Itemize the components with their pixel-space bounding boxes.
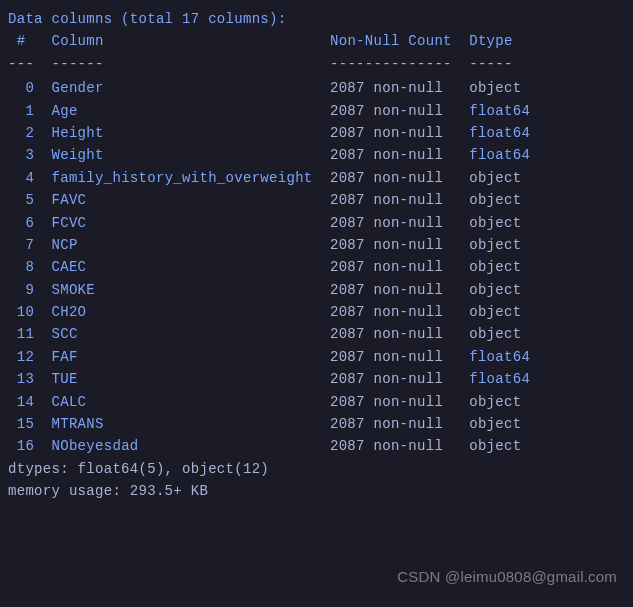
data-row: 1 Age 2087 non-null float64 — [8, 100, 625, 122]
row-nonnull-text: non-null — [373, 416, 443, 432]
row-nonnull-count: 2087 — [330, 416, 365, 432]
row-nonnull-count: 2087 — [330, 349, 365, 365]
row-dtype: float64 — [469, 147, 530, 163]
row-nonnull-count: 2087 — [330, 215, 365, 231]
data-row: 5 FAVC 2087 non-null object — [8, 189, 625, 211]
row-nonnull-count: 2087 — [330, 394, 365, 410]
row-column-name: Gender — [52, 80, 313, 96]
row-index: 15 — [8, 416, 34, 432]
row-nonnull-count: 2087 — [330, 259, 365, 275]
data-rows: 0 Gender 2087 non-null object 1 Age 2087… — [8, 77, 625, 458]
col-dtype-header: Dtype — [469, 33, 513, 49]
row-nonnull-text: non-null — [373, 80, 443, 96]
watermark: CSDN @leimu0808@gmail.com — [397, 565, 617, 589]
dash-nncount: -------------- — [330, 56, 452, 72]
row-nonnull-text: non-null — [373, 192, 443, 208]
row-index: 0 — [8, 80, 34, 96]
row-column-name: NCP — [52, 237, 313, 253]
row-nonnull-count: 2087 — [330, 326, 365, 342]
row-dtype: object — [469, 304, 521, 320]
row-nonnull-text: non-null — [373, 394, 443, 410]
row-column-name: Age — [52, 103, 313, 119]
row-index: 14 — [8, 394, 34, 410]
row-column-name: NObeyesdad — [52, 438, 313, 454]
row-nonnull-count: 2087 — [330, 371, 365, 387]
row-dtype: object — [469, 237, 521, 253]
data-row: 16 NObeyesdad 2087 non-null object — [8, 435, 625, 457]
data-row: 14 CALC 2087 non-null object — [8, 391, 625, 413]
row-index: 10 — [8, 304, 34, 320]
row-column-name: FAVC — [52, 192, 313, 208]
row-column-name: SMOKE — [52, 282, 313, 298]
col-idx-header: # — [8, 33, 25, 49]
row-column-name: CH2O — [52, 304, 313, 320]
row-dtype: object — [469, 416, 521, 432]
row-index: 8 — [8, 259, 34, 275]
col-nncount-header: Non-Null Count — [330, 33, 452, 49]
row-nonnull-text: non-null — [373, 215, 443, 231]
row-nonnull-count: 2087 — [330, 192, 365, 208]
row-nonnull-text: non-null — [373, 237, 443, 253]
dashes-row: --- ------ -------------- ----- — [8, 53, 625, 75]
row-dtype: object — [469, 438, 521, 454]
row-column-name: FCVC — [52, 215, 313, 231]
row-dtype: object — [469, 80, 521, 96]
dash-dtype: ----- — [469, 56, 513, 72]
row-nonnull-text: non-null — [373, 438, 443, 454]
row-index: 5 — [8, 192, 34, 208]
row-nonnull-count: 2087 — [330, 103, 365, 119]
row-dtype: object — [469, 394, 521, 410]
data-row: 11 SCC 2087 non-null object — [8, 323, 625, 345]
row-dtype: object — [469, 170, 521, 186]
dash-column: ------ — [52, 56, 104, 72]
data-row: 0 Gender 2087 non-null object — [8, 77, 625, 99]
row-nonnull-text: non-null — [373, 349, 443, 365]
row-dtype: object — [469, 282, 521, 298]
row-column-name: SCC — [52, 326, 313, 342]
dtypes-summary: dtypes: float64(5), object(12) — [8, 458, 625, 480]
row-index: 11 — [8, 326, 34, 342]
row-index: 1 — [8, 103, 34, 119]
row-nonnull-count: 2087 — [330, 237, 365, 253]
info-header: Data columns (total 17 columns): — [8, 8, 625, 30]
row-nonnull-text: non-null — [373, 103, 443, 119]
data-row: 8 CAEC 2087 non-null object — [8, 256, 625, 278]
data-row: 13 TUE 2087 non-null float64 — [8, 368, 625, 390]
data-row: 4 family_history_with_overweight 2087 no… — [8, 167, 625, 189]
row-nonnull-count: 2087 — [330, 125, 365, 141]
data-row: 15 MTRANS 2087 non-null object — [8, 413, 625, 435]
row-dtype: object — [469, 192, 521, 208]
data-row: 12 FAF 2087 non-null float64 — [8, 346, 625, 368]
row-nonnull-text: non-null — [373, 326, 443, 342]
row-column-name: MTRANS — [52, 416, 313, 432]
row-nonnull-count: 2087 — [330, 438, 365, 454]
row-column-name: CAEC — [52, 259, 313, 275]
row-column-name: TUE — [52, 371, 313, 387]
data-row: 2 Height 2087 non-null float64 — [8, 122, 625, 144]
row-index: 7 — [8, 237, 34, 253]
row-dtype: float64 — [469, 349, 530, 365]
row-nonnull-text: non-null — [373, 170, 443, 186]
data-row: 6 FCVC 2087 non-null object — [8, 212, 625, 234]
row-nonnull-text: non-null — [373, 259, 443, 275]
col-name-header: Column — [52, 33, 104, 49]
row-nonnull-count: 2087 — [330, 80, 365, 96]
row-nonnull-count: 2087 — [330, 170, 365, 186]
column-header-row: # Column Non-Null Count Dtype — [8, 30, 625, 52]
data-row: 3 Weight 2087 non-null float64 — [8, 144, 625, 166]
row-nonnull-text: non-null — [373, 282, 443, 298]
row-index: 3 — [8, 147, 34, 163]
row-index: 12 — [8, 349, 34, 365]
row-index: 4 — [8, 170, 34, 186]
row-dtype: float64 — [469, 103, 530, 119]
row-dtype: object — [469, 215, 521, 231]
row-dtype: object — [469, 259, 521, 275]
row-index: 13 — [8, 371, 34, 387]
row-column-name: Height — [52, 125, 313, 141]
row-column-name: FAF — [52, 349, 313, 365]
row-column-name: family_history_with_overweight — [52, 170, 313, 186]
data-row: 10 CH2O 2087 non-null object — [8, 301, 625, 323]
row-index: 6 — [8, 215, 34, 231]
row-nonnull-count: 2087 — [330, 147, 365, 163]
row-nonnull-text: non-null — [373, 371, 443, 387]
